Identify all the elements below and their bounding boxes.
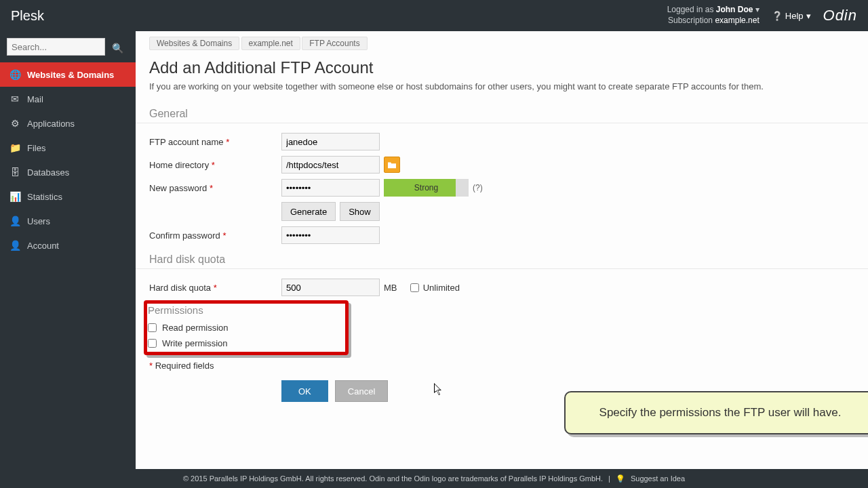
- show-button[interactable]: Show: [340, 202, 380, 221]
- sidebar-item-label: Mail: [27, 94, 43, 104]
- logged-in-label: Logged in as: [667, 5, 714, 14]
- confirm-password-input[interactable]: [281, 226, 380, 244]
- browse-folder-button[interactable]: [384, 157, 400, 173]
- chevron-down-icon: ▾: [806, 11, 811, 21]
- instruction-tooltip: Specify the permissions the FTP user wil…: [564, 391, 868, 434]
- sidebar-item-label: Websites & Domains: [27, 70, 114, 80]
- required-marker: *: [210, 183, 213, 193]
- auth-info[interactable]: Logged in as John Doe ▾ Subscription exa…: [667, 5, 760, 26]
- required-note: Required fields: [155, 361, 214, 371]
- required-marker: *: [214, 283, 217, 293]
- sidebar-item-label: Account: [27, 241, 59, 251]
- search-input[interactable]: [7, 38, 105, 56]
- sidebar-item-label: Databases: [27, 167, 69, 178]
- chart-icon: 📊: [9, 191, 20, 202]
- subscription-value: example.net: [715, 16, 759, 25]
- required-marker: *: [212, 160, 215, 170]
- sidebar-item-statistics[interactable]: 📊Statistics: [0, 184, 136, 209]
- cancel-button[interactable]: Cancel: [335, 380, 388, 402]
- mail-icon: ✉: [9, 94, 20, 104]
- sidebar-item-files[interactable]: 📁Files: [0, 136, 136, 160]
- footer: © 2015 Parallels IP Holdings GmbH. All r…: [0, 469, 868, 488]
- required-marker: *: [222, 230, 226, 241]
- section-quota: Hard disk quota: [136, 251, 868, 269]
- permissions-section: Permissions Read permission Write permis…: [148, 304, 344, 351]
- globe-icon: 🌐: [9, 69, 20, 80]
- sidebar-item-label: Applications: [27, 119, 75, 129]
- topbar: Plesk Logged in as John Doe ▾ Subscripti…: [0, 0, 868, 31]
- sidebar-item-websites[interactable]: 🌐Websites & Domains: [0, 62, 136, 87]
- username: John Doe: [716, 5, 753, 14]
- password-strength-help[interactable]: (?): [473, 183, 483, 192]
- suggest-idea-link[interactable]: Suggest an Idea: [631, 474, 685, 483]
- new-password-input[interactable]: [281, 179, 380, 197]
- generate-button[interactable]: Generate: [281, 202, 336, 221]
- sidebar-item-databases[interactable]: 🗄Databases: [0, 160, 136, 184]
- breadcrumb: Websites & Domains example.net FTP Accou…: [136, 31, 868, 56]
- sidebar-item-applications[interactable]: ⚙Applications: [0, 111, 136, 136]
- quota-label: Hard disk quota: [149, 283, 211, 293]
- sidebar-item-mail[interactable]: ✉Mail: [0, 87, 136, 111]
- ok-button[interactable]: OK: [281, 380, 328, 402]
- unlimited-checkbox[interactable]: [410, 283, 419, 292]
- applications-icon: ⚙: [9, 118, 20, 129]
- section-general: General: [136, 105, 868, 123]
- ftp-account-name-input[interactable]: [281, 133, 380, 150]
- ftp-account-name-label: FTP account name: [149, 137, 224, 147]
- search-icon[interactable]: 🔍: [112, 43, 123, 54]
- brand: Plesk: [11, 8, 44, 24]
- chevron-down-icon: ▾: [755, 5, 760, 14]
- new-password-label: New password: [149, 183, 207, 193]
- bulb-icon: 💡: [616, 474, 625, 483]
- required-marker: *: [149, 361, 153, 371]
- sidebar-item-label: Statistics: [27, 192, 62, 202]
- folder-icon: 📁: [9, 142, 20, 153]
- write-permission-label: Write permission: [162, 338, 228, 348]
- password-strength-bar: Strong: [384, 179, 469, 197]
- footer-copyright: © 2015 Parallels IP Holdings GmbH. All r…: [183, 474, 603, 483]
- breadcrumb-item[interactable]: FTP Accounts: [302, 37, 367, 50]
- help-icon: ❔: [772, 11, 783, 21]
- quota-input[interactable]: [281, 279, 380, 296]
- unlimited-label: Unlimited: [423, 283, 460, 293]
- section-permissions: Permissions: [148, 304, 344, 320]
- home-directory-input[interactable]: [281, 156, 380, 174]
- password-strength-label: Strong: [414, 183, 438, 192]
- confirm-password-label: Confirm password: [149, 230, 220, 241]
- quota-unit: MB: [384, 283, 397, 293]
- breadcrumb-item[interactable]: Websites & Domains: [149, 37, 239, 50]
- user-icon: 👤: [9, 216, 20, 226]
- odin-logo: Odin: [823, 7, 857, 24]
- sidebar-item-account[interactable]: 👤Account: [0, 233, 136, 258]
- read-permission-checkbox[interactable]: [148, 323, 157, 332]
- sidebar-item-users[interactable]: 👤Users: [0, 209, 136, 233]
- sidebar: 🔍 🌐Websites & Domains ✉Mail ⚙Application…: [0, 31, 136, 488]
- account-icon: 👤: [9, 240, 20, 251]
- required-marker: *: [226, 137, 229, 147]
- folder-icon: [387, 161, 397, 169]
- page-description: If you are working on your website toget…: [136, 81, 868, 101]
- home-directory-label: Home directory: [149, 160, 209, 170]
- page-title: Add an Additional FTP Account: [136, 56, 868, 81]
- help-menu[interactable]: ❔ Help ▾: [772, 11, 811, 21]
- sidebar-item-label: Users: [27, 216, 50, 226]
- subscription-label: Subscription: [668, 16, 713, 25]
- write-permission-checkbox[interactable]: [148, 339, 157, 348]
- read-permission-label: Read permission: [162, 323, 229, 333]
- help-label: Help: [785, 11, 804, 21]
- sidebar-item-label: Files: [27, 143, 45, 153]
- breadcrumb-item[interactable]: example.net: [241, 37, 300, 50]
- database-icon: 🗄: [9, 167, 20, 178]
